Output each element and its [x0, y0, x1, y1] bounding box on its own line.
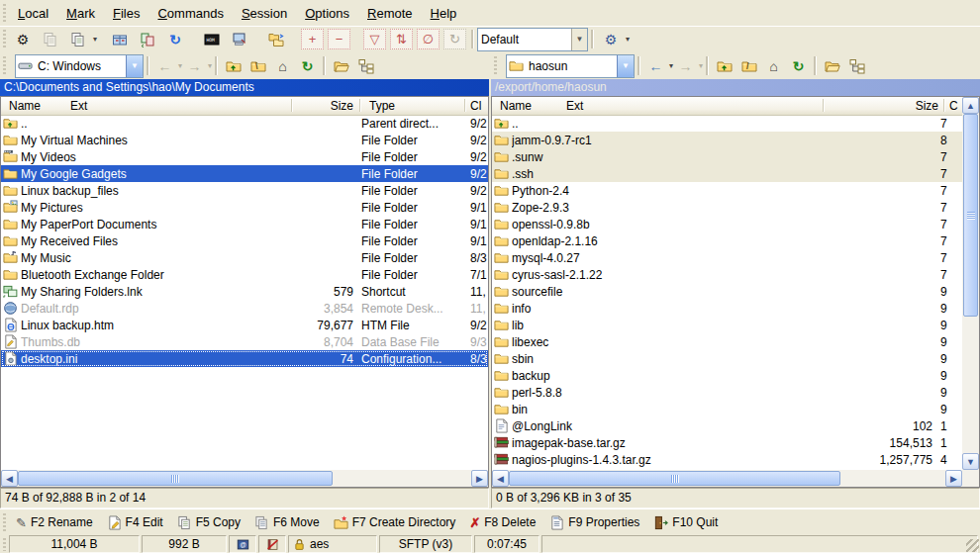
remote-vertical-scrollbar[interactable]: ▲ ▼ [962, 97, 979, 470]
console-status-icon[interactable] [229, 535, 256, 553]
fkey-f7-create-directory[interactable]: F7 Create Directory [334, 515, 456, 530]
menu-item-options[interactable]: Options [296, 3, 358, 24]
file-row[interactable]: Thumbs.db8,704Data Base File9/3 [1, 333, 488, 350]
file-row[interactable]: desktop.ini74Configuration...8/3 [1, 350, 488, 367]
scroll-right-icon[interactable]: ▶ [471, 470, 488, 487]
open-directory-icon[interactable] [330, 54, 352, 77]
fbar-gripper[interactable] [3, 513, 6, 531]
file-row[interactable]: My VideosFile Folder9/2 [1, 148, 488, 165]
remote-vscroll-thumb[interactable] [963, 114, 978, 317]
refresh-icon[interactable]: ↻ [296, 54, 319, 77]
local-directory-combo-dropdown[interactable]: ▼ [126, 55, 143, 77]
file-row[interactable]: @LongLink1021 [492, 417, 962, 434]
file-row[interactable]: Linux backup.htm79,677HTM File9/2 [1, 317, 488, 333]
file-row[interactable]: libexec9 [492, 333, 962, 350]
directory-tree-icon[interactable] [845, 54, 868, 77]
column-type[interactable]: Type [369, 99, 395, 113]
column-ext[interactable]: Ext [70, 99, 87, 113]
file-row[interactable]: Linux backup_filesFile Folder9/2 [1, 182, 488, 199]
menu-item-commands[interactable]: Commands [148, 3, 232, 24]
home-directory-icon[interactable]: ⌂ [271, 54, 294, 77]
file-row[interactable]: .ssh7 [492, 165, 962, 182]
forward-icon[interactable]: → [183, 54, 206, 77]
file-row[interactable]: mysql-4.0.277 [492, 249, 962, 266]
file-row[interactable]: Default.rdp3,854Remote Desk...11, [1, 300, 488, 317]
file-row[interactable]: My Received FilesFile Folder9/1 [1, 232, 488, 249]
fkey-f2-rename[interactable]: ✎F2 Rename [16, 515, 93, 530]
history-caret-icon[interactable]: ▾ [178, 61, 182, 70]
menu-item-help[interactable]: Help [422, 3, 466, 24]
history-caret-icon[interactable]: ▾ [208, 61, 212, 70]
file-row[interactable]: ..7 [492, 115, 962, 132]
file-row[interactable]: Bluetooth Exchange FolderFile Folder7/1 [1, 266, 488, 283]
window-resize-grip[interactable] [966, 539, 979, 552]
file-row[interactable]: lib9 [492, 317, 962, 333]
file-row[interactable]: bin9 [492, 401, 962, 417]
console-icon[interactable] [199, 28, 225, 51]
file-row[interactable]: backup9 [492, 367, 962, 384]
column-name[interactable]: Name [9, 99, 41, 113]
root-directory-icon[interactable]: / [737, 54, 760, 77]
file-row[interactable]: My Virtual MachinesFile Folder9/2 [1, 132, 488, 148]
synchronize-browsing-icon[interactable] [263, 28, 289, 51]
select-add-icon[interactable]: + [301, 29, 324, 49]
local-directory-combo[interactable]: C: Windows▼ [15, 54, 144, 78]
preferences-gear-icon[interactable]: ⚙ [10, 28, 36, 51]
fkey-f5-copy[interactable]: F5 Copy [177, 515, 241, 530]
history-caret-icon[interactable]: ▾ [699, 61, 703, 70]
menu-item-mark[interactable]: Mark [57, 3, 104, 24]
menu-item-remote[interactable]: Remote [358, 3, 422, 24]
session-combo-dropdown[interactable]: ▼ [571, 29, 587, 50]
menu-item-local[interactable]: Local [9, 3, 57, 24]
file-row[interactable]: My PaperPort DocumentsFile Folder9/1 [1, 216, 488, 232]
file-row[interactable]: My Google GadgetsFile Folder9/2 [1, 165, 488, 182]
filter-icon[interactable]: ▽ [363, 29, 386, 49]
scroll-left-icon[interactable]: ◀ [492, 470, 509, 487]
file-row[interactable]: ..Parent direct...9/2 [1, 115, 488, 132]
fkey-f10-quit[interactable]: F10 Quit [653, 515, 718, 530]
select-remove-icon[interactable]: − [328, 29, 350, 49]
history-caret-icon[interactable]: ▾ [669, 61, 673, 70]
file-row[interactable]: sourcefile9 [492, 283, 962, 300]
fkey-f9-properties[interactable]: F9 Properties [549, 515, 639, 530]
column-name[interactable]: Name [500, 99, 532, 113]
file-row[interactable]: imagepak-base.tar.gz154,5131 [492, 434, 962, 451]
file-row[interactable]: Zope-2.9.37 [492, 199, 962, 216]
scroll-up-icon[interactable]: ▲ [962, 97, 979, 114]
refresh-queue-icon[interactable]: ↻ [162, 28, 188, 51]
fkey-f4-edit[interactable]: F4 Edit [107, 515, 163, 530]
back-icon[interactable]: ← [644, 54, 667, 77]
menu-gripper[interactable] [3, 4, 6, 22]
remote-directory-combo-dropdown[interactable]: ▼ [617, 55, 634, 77]
remote-horizontal-scrollbar[interactable]: ◀ ▶ [492, 470, 962, 487]
file-row[interactable]: cyrus-sasl-2.1.227 [492, 266, 962, 283]
file-row[interactable]: My MusicFile Folder8/3 [1, 249, 488, 266]
back-icon[interactable]: ← [153, 54, 176, 77]
parent-directory-icon[interactable] [222, 54, 245, 77]
remote-hscroll-thumb[interactable] [509, 471, 840, 486]
refresh-icon[interactable]: ↻ [787, 54, 810, 77]
clear-selection-icon[interactable]: ∅ [417, 29, 440, 49]
column-changed[interactable]: Cl [470, 99, 481, 113]
transfer-settings-caret-icon[interactable]: ▾ [626, 35, 630, 44]
directory-tree-icon[interactable] [354, 54, 377, 77]
open-directory-icon[interactable] [821, 54, 843, 77]
column-changed[interactable]: C [949, 99, 959, 113]
parent-directory-icon[interactable] [713, 54, 735, 77]
home-directory-icon[interactable]: ⌂ [762, 54, 785, 77]
column-size[interactable]: Size [820, 99, 938, 113]
file-row[interactable]: My PicturesFile Folder9/1 [1, 199, 488, 216]
file-row[interactable]: openssl-0.9.8b7 [492, 216, 962, 232]
local-hscroll-thumb[interactable] [18, 471, 333, 486]
column-ext[interactable]: Ext [566, 99, 583, 113]
duplicate-session-caret-icon[interactable]: ▾ [93, 35, 97, 44]
scroll-right-icon[interactable]: ▶ [945, 470, 962, 487]
fkey-f8-delete[interactable]: ✗F8 Delete [469, 515, 536, 530]
file-row[interactable]: perl-5.8.89 [492, 384, 962, 401]
file-row[interactable]: jamm-0.9.7-rc18 [492, 132, 962, 148]
duplicate-session-icon[interactable] [65, 28, 91, 51]
file-row[interactable]: Python-2.47 [492, 182, 962, 199]
file-row[interactable]: .sunw7 [492, 148, 962, 165]
file-row[interactable]: My Sharing Folders.lnk579Shortcut11, [1, 283, 488, 300]
toolbar-gripper[interactable] [3, 30, 6, 48]
